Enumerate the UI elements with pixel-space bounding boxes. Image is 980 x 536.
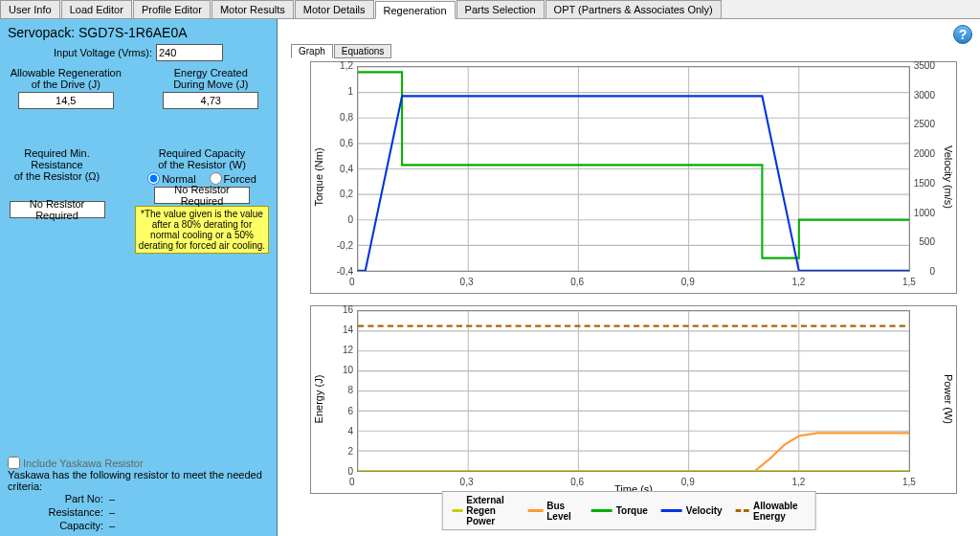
- tab-regeneration[interactable]: Regeneration: [375, 1, 456, 19]
- axis-label-energy: Energy (J): [313, 375, 324, 424]
- include-resistor-checkbox[interactable]: [8, 457, 20, 469]
- tab-user-info[interactable]: User Info: [0, 0, 60, 18]
- tab-motor-results[interactable]: Motor Results: [212, 0, 294, 18]
- voltage-label: Input Voltage (Vrms):: [54, 47, 152, 58]
- tab-profile-editor[interactable]: Profile Editor: [133, 0, 211, 18]
- tab-motor-details[interactable]: Motor Details: [295, 0, 374, 18]
- tab-parts-selection[interactable]: Parts Selection: [457, 0, 545, 18]
- include-resistor-label: Include Yaskawa Resistor: [23, 458, 144, 469]
- subtab-equations[interactable]: Equations: [334, 44, 391, 58]
- tab-load-editor[interactable]: Load Editor: [61, 0, 132, 18]
- tab-opt-partners-associates-only-[interactable]: OPT (Partners & Associates Only): [546, 0, 722, 18]
- chart-legend: External Regen Power Bus Level Torque Ve…: [442, 491, 816, 530]
- help-icon[interactable]: ?: [953, 25, 972, 44]
- allow-regen-label: Allowable Regeneration of the Drive (J): [8, 67, 124, 90]
- req-res-label: Required Min. Resistance of the Resistor…: [8, 147, 106, 182]
- axis-label-torque: Torque (Nm): [313, 148, 324, 207]
- subtab-graph[interactable]: Graph: [291, 44, 333, 58]
- content-area: ? Graph Equations Torque (Nm) Velocity (…: [278, 19, 980, 536]
- req-cap-label: Required Capacity of the Resistor (W): [135, 147, 269, 170]
- allow-regen-value: 14,5: [18, 92, 114, 109]
- sidebar: Servopack: SGD7S-1R6AE0A Input Voltage (…: [0, 19, 278, 536]
- main-tabs: User InfoLoad EditorProfile EditorMotor …: [0, 0, 980, 19]
- voltage-input[interactable]: [156, 44, 223, 61]
- req-cap-value: No Resistor Required: [154, 187, 250, 204]
- req-res-value: No Resistor Required: [10, 201, 105, 218]
- energy-power-chart: Energy (J) Power (W) Time (s) 00,30,60,9…: [310, 305, 957, 494]
- torque-velocity-chart: Torque (Nm) Velocity (m/s) 00,30,60,91,2…: [310, 61, 957, 294]
- axis-label-power: Power (W): [943, 374, 954, 424]
- derating-note: *The value given is the value after a 80…: [135, 206, 269, 254]
- energy-created-value: 4,73: [163, 92, 258, 109]
- servopack-title: Servopack: SGD7S-1R6AE0A: [8, 25, 269, 40]
- axis-label-velocity: Velocity (m/s): [943, 145, 954, 209]
- criteria-text: Yaskawa has the following resistor to me…: [8, 469, 269, 492]
- energy-created-label: Energy Created During Move (J): [153, 67, 270, 90]
